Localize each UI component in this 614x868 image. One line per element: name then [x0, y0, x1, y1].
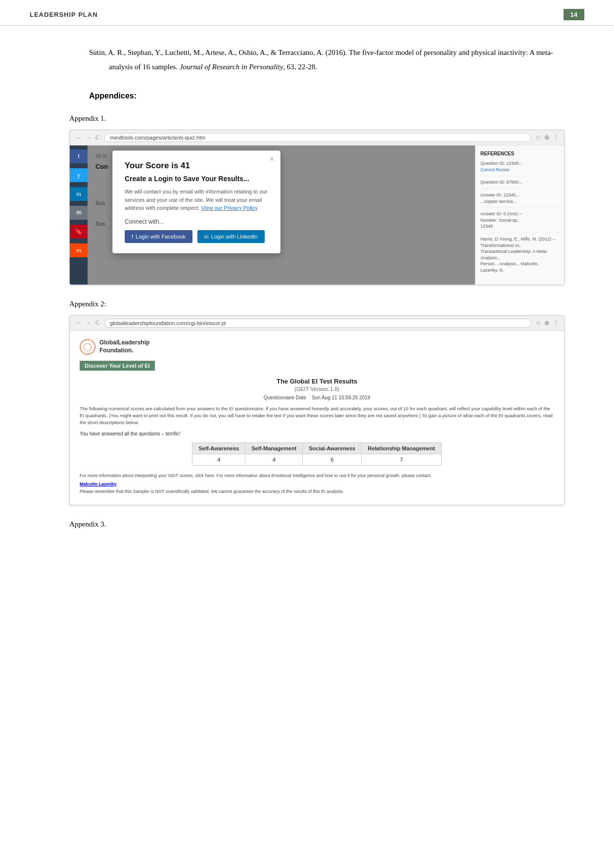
facebook-share-icon[interactable]: f [70, 149, 88, 163]
score-social-awareness: 6 [303, 454, 362, 466]
score-self-management: 4 [245, 454, 303, 466]
address-bar-1[interactable]: mindtools.com/pages/article/ei-quiz.htm [104, 133, 531, 142]
forward-button-2[interactable]: → [85, 319, 93, 327]
global-leadership-logo-icon: ◯ [80, 339, 95, 355]
app2-date-line: Questionnaire Date Sun Aug 11 15:56:26 2… [80, 395, 554, 400]
app2-footer-link: Malcolm Lazenby [80, 482, 554, 486]
col-relationship-management: Relationship Management [362, 443, 441, 454]
page-header: LEADERSHIP PLAN 14 [0, 0, 614, 26]
browser-actions-1: ☆ ⊕ ⋮ [535, 134, 559, 142]
app1-modal: × Your Score is 41 Create a Login to Sav… [112, 150, 281, 253]
refresh-button-1[interactable]: C [94, 134, 100, 142]
appendix2-label: Appendix 2: [49, 300, 565, 308]
app2-logo-text: GlobalLeadership Foundation. [99, 339, 149, 354]
ref-item-1: Question ID: 12345...Current Review [480, 160, 559, 176]
citation-text: Sutin, A. R., Stephan, Y., Luchetti, M.,… [49, 46, 565, 74]
star-icon-1[interactable]: ☆ [535, 134, 541, 142]
profile-icon-1[interactable]: ⊕ [544, 134, 550, 142]
menu-icon-2[interactable]: ⋮ [553, 319, 559, 327]
app2-description: The following numerical scores are calcu… [80, 405, 554, 427]
appendix1-label: Appendix 1. [49, 114, 565, 123]
modal-score-title: Your Score is 41 [125, 161, 268, 171]
app1-main-area: 18 % Con Sco Sco × Your Score is 41 Crea… [88, 145, 475, 285]
app1-body: f y in ✉ 🔖 m 18 % Con Sco Sco × [70, 145, 564, 285]
app2-banner: Discover Your Level of EI [80, 361, 155, 371]
linkedin-icon: in [204, 234, 209, 240]
menu-icon-1[interactable]: ⋮ [553, 134, 559, 142]
refresh-button-2[interactable]: C [94, 319, 100, 327]
profile-icon-2[interactable]: ⊕ [544, 319, 550, 327]
ref-item-5: Harris, D.Young, E., Mills, M. (2012) –T… [480, 236, 559, 277]
malcolm-lazenby-link[interactable]: Malcolm Lazenby [80, 482, 117, 486]
login-linkedin-button[interactable]: in Login with LinkedIn [197, 230, 265, 243]
ref-item-2: Question ID: 67890... [480, 179, 559, 189]
ref-item-3: Answer ID: 12345......copper service... [480, 192, 559, 208]
ref-item-4: Answer ID: 0 (Ans) –Number: Social-sp...… [480, 211, 559, 233]
browser-chrome-1: ← → C mindtools.com/pages/article/ei-qui… [70, 130, 564, 145]
appendix1-screenshot: ← → C mindtools.com/pages/article/ei-qui… [69, 130, 565, 285]
facebook-icon: f [132, 234, 133, 240]
appendix3-section: Appendix 3. [49, 520, 565, 529]
right-panel-title: REFERENCES [480, 150, 559, 157]
score-relationship-management: 7 [362, 454, 441, 466]
app2-footer-1: For more information about interpreting … [80, 473, 554, 480]
app2-terrific-text: You have answered all the questions – te… [80, 431, 554, 436]
login-facebook-button[interactable]: f Login with Facebook [125, 230, 192, 243]
modal-subtitle: Create a Login to Save Your Results... [125, 175, 268, 183]
app1-social-sidebar: f y in ✉ 🔖 m [70, 145, 88, 285]
reddit-share-icon[interactable]: m [70, 243, 88, 257]
browser-actions-2: ☆ ⊕ ⋮ [535, 319, 559, 327]
nav-buttons-2: ← → C [75, 319, 100, 327]
modal-body-text: We will contact you by email with inform… [125, 188, 268, 212]
browser-chrome-2: ← → C globalleadershipfoundation.com/cgi… [70, 316, 564, 331]
col-self-awareness: Self-Awareness [192, 443, 245, 454]
main-content: Sutin, A. R., Stephan, Y., Luchetti, M.,… [0, 26, 614, 555]
modal-close-button[interactable]: × [270, 155, 274, 164]
back-button-1[interactable]: ← [75, 134, 83, 142]
twitter-share-icon[interactable]: y [70, 168, 88, 182]
privacy-policy-link[interactable]: View our Privacy Policy [201, 205, 258, 211]
app2-logo-area: ◯ GlobalLeadership Foundation. [80, 339, 554, 355]
back-button-2[interactable]: ← [75, 319, 83, 327]
modal-buttons: f Login with Facebook in Login with Link… [125, 230, 268, 243]
col-social-awareness: Social-Awareness [303, 443, 362, 454]
app2-body: ◯ GlobalLeadership Foundation. Discover … [70, 331, 564, 505]
app2-footer-2: Please remember that this Sampler is NOT… [80, 488, 554, 495]
linkedin-share-icon[interactable]: in [70, 187, 88, 201]
header-title: LEADERSHIP PLAN [30, 11, 98, 18]
modal-connect-label: Connect with... [125, 218, 268, 225]
score-self-awareness: 4 [192, 454, 245, 466]
app2-results-subtitle: (GEIT Version 1.8) [80, 386, 554, 392]
page-number: 14 [564, 9, 584, 20]
star-icon-2[interactable]: ☆ [535, 319, 541, 327]
app2-results-title: The Global EI Test Results [80, 378, 554, 385]
pinterest-share-icon[interactable]: 🔖 [70, 225, 88, 239]
forward-button-1[interactable]: → [85, 134, 93, 142]
col-self-management: Self-Management [245, 443, 303, 454]
email-share-icon[interactable]: ✉ [70, 206, 88, 220]
appendix2-screenshot: ← → C globalleadershipfoundation.com/cgi… [69, 315, 565, 506]
nav-buttons-1: ← → C [75, 134, 100, 142]
appendices-heading: Appendices: [49, 92, 565, 100]
app2-scores-table: Self-Awareness Self-Management Social-Aw… [192, 442, 441, 466]
address-bar-2[interactable]: globalleadershipfoundation.com/cgi-bin/e… [104, 319, 531, 328]
appendix3-label: Appendix 3. [49, 520, 565, 529]
app1-right-panel: REFERENCES Question ID: 12345...Current … [475, 145, 564, 285]
